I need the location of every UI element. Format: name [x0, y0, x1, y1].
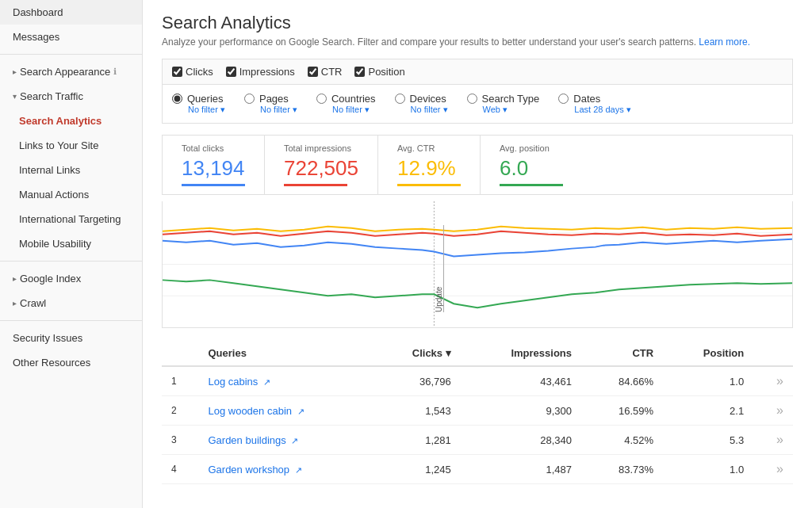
row-action[interactable]: »	[753, 396, 793, 426]
chevron-right-icon: »	[776, 433, 783, 446]
devices-filter[interactable]: No filter ▾	[411, 105, 448, 115]
sidebar-item-crawl[interactable]: ▸ Crawl	[0, 291, 142, 315]
radio-countries[interactable]: Countries No filter ▾	[316, 93, 376, 115]
checkbox-clicks[interactable]: Clicks	[172, 66, 213, 78]
info-icon: ℹ	[113, 67, 117, 77]
radio-dates[interactable]: Dates Last 28 days ▾	[558, 93, 630, 115]
page-subtitle-text: Analyze your performance on Google Searc…	[162, 36, 696, 48]
row-position: 1.0	[663, 455, 753, 484]
sidebar-item-mobile-usability[interactable]: Mobile Usability	[0, 231, 142, 256]
sidebar-item-manual-actions[interactable]: Manual Actions	[0, 182, 142, 207]
stat-label: Avg. CTR	[397, 143, 461, 153]
countries-filter[interactable]: No filter ▾	[332, 105, 376, 115]
radio-queries[interactable]: Queries No filter ▾	[172, 93, 225, 115]
countries-radio-label: Countries	[331, 93, 376, 105]
sidebar-item-label: Dashboard	[13, 6, 63, 18]
external-link-icon[interactable]: ↗	[263, 377, 270, 387]
table-row: 2 Log wooden cabin ↗ 1,543 9,300 16.59% …	[162, 396, 793, 426]
learn-more-link[interactable]: Learn more.	[699, 36, 750, 48]
row-clicks: 1,245	[373, 455, 460, 484]
table-row: 1 Log cabins ↗ 36,796 43,461 84.66% 1.0 …	[162, 366, 793, 396]
checkbox-impressions[interactable]: Impressions	[226, 66, 295, 78]
row-action[interactable]: »	[753, 426, 793, 455]
stat-total-impressions: Total impressions 722,505	[265, 136, 378, 194]
sidebar-item-label: Crawl	[20, 297, 46, 309]
countries-radio[interactable]	[316, 94, 327, 104]
stat-label: Avg. position	[500, 143, 563, 153]
impressions-checkbox[interactable]	[226, 67, 236, 77]
stat-value: 13,194	[182, 156, 245, 181]
row-ctr: 4.52%	[581, 426, 663, 455]
table-header-row: Queries Clicks ▾ Impressions CTR Positio…	[162, 341, 793, 366]
stat-avg-ctr: Avg. CTR 12.9%	[378, 136, 481, 194]
checkbox-ctr[interactable]: CTR	[308, 66, 343, 78]
position-checkbox[interactable]	[354, 67, 365, 77]
row-position: 2.1	[663, 396, 753, 426]
sidebar-divider	[0, 54, 142, 55]
row-action[interactable]: »	[753, 455, 793, 484]
sidebar-item-search-appearance[interactable]: ▸ Search Appearance ℹ	[0, 59, 142, 84]
sidebar-item-label: Links to Your Site	[19, 139, 98, 151]
sidebar: Dashboard Messages ▸ Search Appearance ℹ…	[0, 0, 143, 508]
update-label: Update	[433, 225, 444, 312]
radio-devices[interactable]: Devices No filter ▾	[395, 93, 448, 115]
checkbox-position[interactable]: Position	[354, 66, 404, 78]
query-link[interactable]: Garden buildings	[208, 434, 285, 446]
search-type-radio[interactable]	[467, 94, 477, 104]
pages-radio-label: Pages	[259, 93, 289, 105]
main-content: Search Analytics Analyze your performanc…	[143, 0, 812, 508]
sidebar-item-search-analytics[interactable]: Search Analytics	[0, 109, 142, 133]
table-row: 3 Garden buildings ↗ 1,281 28,340 4.52% …	[162, 426, 793, 455]
stat-total-clicks: Total clicks 13,194	[163, 136, 265, 194]
query-link[interactable]: Log cabins	[208, 376, 258, 388]
dates-radio[interactable]	[558, 94, 569, 104]
sidebar-item-label: Search Analytics	[19, 115, 102, 127]
sidebar-item-search-traffic[interactable]: ▾ Search Traffic	[0, 84, 142, 109]
expand-arrow-icon: ▾	[13, 92, 17, 101]
row-impressions: 1,487	[461, 455, 581, 484]
row-query: Log cabins ↗	[198, 366, 373, 396]
stat-label: Total impressions	[284, 143, 358, 153]
radio-search-type[interactable]: Search Type Web ▾	[467, 93, 540, 115]
queries-radio[interactable]	[172, 94, 182, 104]
sidebar-item-label: Messages	[13, 31, 59, 43]
chevron-right-icon: »	[776, 374, 783, 388]
radio-pages[interactable]: Pages No filter ▾	[244, 93, 297, 115]
row-query: Garden workshop ↗	[198, 455, 373, 484]
sidebar-item-international-targeting[interactable]: International Targeting	[0, 207, 142, 231]
external-link-icon[interactable]: ↗	[291, 436, 298, 445]
chart-svg	[163, 201, 792, 327]
row-impressions: 28,340	[461, 426, 581, 455]
search-type-filter[interactable]: Web ▾	[483, 105, 540, 115]
row-action[interactable]: »	[753, 366, 793, 396]
expand-arrow-icon: ▸	[13, 299, 17, 307]
col-num	[162, 341, 198, 366]
chart-area: Update	[162, 201, 793, 328]
query-link[interactable]: Garden workshop	[208, 464, 289, 476]
col-position: Position	[663, 341, 753, 366]
sidebar-item-label: Mobile Usability	[19, 238, 91, 250]
ctr-checkbox[interactable]	[308, 67, 318, 77]
data-table: Queries Clicks ▾ Impressions CTR Positio…	[162, 341, 793, 484]
pages-radio[interactable]	[244, 94, 255, 104]
clicks-checkbox[interactable]	[172, 67, 182, 77]
sidebar-item-internal-links[interactable]: Internal Links	[0, 158, 142, 182]
sidebar-item-links-to-your-site[interactable]: Links to Your Site	[0, 133, 142, 158]
sidebar-item-security-issues[interactable]: Security Issues	[0, 326, 142, 350]
impressions-label: Impressions	[239, 66, 295, 78]
queries-filter[interactable]: No filter ▾	[188, 105, 225, 115]
devices-radio[interactable]	[395, 94, 405, 104]
pages-filter[interactable]: No filter ▾	[260, 105, 297, 115]
query-link[interactable]: Log wooden cabin	[208, 405, 292, 417]
sidebar-item-label: Other Resources	[13, 357, 90, 369]
sidebar-item-messages[interactable]: Messages	[0, 25, 142, 49]
external-link-icon[interactable]: ↗	[295, 465, 302, 475]
stat-value: 12.9%	[397, 156, 461, 181]
col-action	[753, 341, 793, 366]
col-clicks[interactable]: Clicks ▾	[373, 341, 460, 366]
sidebar-item-dashboard[interactable]: Dashboard	[0, 0, 142, 25]
sidebar-item-google-index[interactable]: ▸ Google Index	[0, 266, 142, 291]
external-link-icon[interactable]: ↗	[297, 407, 304, 416]
dates-filter[interactable]: Last 28 days ▾	[574, 105, 630, 115]
sidebar-item-other-resources[interactable]: Other Resources	[0, 350, 142, 375]
